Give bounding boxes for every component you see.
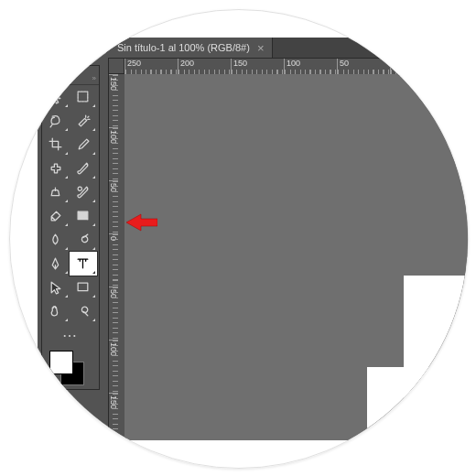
canvas[interactable]	[124, 74, 468, 440]
horizontal-ruler[interactable]: 250200150100500	[124, 58, 468, 76]
type-tool[interactable]	[70, 252, 97, 276]
path-selection-tool[interactable]	[42, 276, 70, 299]
eraser-tool[interactable]	[42, 204, 70, 228]
ruler-tick: 200	[109, 446, 118, 469]
ruler-origin[interactable]	[108, 58, 124, 74]
move-tool[interactable]	[42, 85, 70, 109]
ruler-tick: 100	[109, 127, 118, 180]
close-icon[interactable]: ×	[257, 41, 265, 55]
ruler-tick: 50	[109, 180, 118, 233]
ruler-tick: 150	[109, 74, 118, 127]
more-tools[interactable]: ⋯	[42, 323, 97, 347]
document-tab[interactable]: Sin título-1 al 100% (RGB/8#) ×	[106, 38, 273, 58]
marquee-tool[interactable]	[70, 85, 97, 109]
rectangle-tool[interactable]	[70, 276, 97, 299]
ruler-tick: 100	[284, 59, 337, 75]
tools-panel: » ⋯	[41, 65, 100, 390]
clone-stamp-tool[interactable]	[42, 180, 70, 204]
ruler-tick: 100	[109, 340, 118, 393]
blur-tool[interactable]	[42, 228, 70, 252]
document-tab-bar: Sin título-1 al 100% (RGB/8#) ×	[106, 38, 468, 58]
ruler-tick: 150	[109, 393, 118, 446]
tab-title: Sin título-1 al 100% (RGB/8#)	[117, 42, 250, 53]
ruler-tick: 250	[124, 59, 178, 75]
healing-brush-tool[interactable]	[42, 157, 70, 180]
ruler-tick: 0	[109, 233, 118, 287]
brush-tool[interactable]	[70, 157, 97, 180]
panel-grip[interactable]	[42, 66, 99, 75]
zoom-tool[interactable]	[70, 299, 97, 323]
circular-crop: Sin título-1 al 100% (RGB/8#) × 25020015…	[9, 9, 469, 469]
lasso-tool[interactable]	[42, 109, 70, 133]
hand-tool[interactable]	[42, 299, 70, 323]
ruler-tick: 150	[231, 59, 284, 75]
crop-tool[interactable]	[42, 133, 70, 157]
magic-wand-tool[interactable]	[70, 109, 97, 133]
ruler-tick: 200	[178, 59, 231, 75]
ruler-tick: 50	[109, 287, 118, 340]
foreground-color-swatch[interactable]	[49, 351, 73, 374]
crop-gap	[367, 367, 468, 468]
dodge-tool[interactable]	[70, 228, 97, 252]
history-brush-tool[interactable]	[70, 180, 97, 204]
ruler-tick: 0	[390, 59, 443, 75]
eyedropper-tool[interactable]	[70, 133, 97, 157]
color-swatches[interactable]	[42, 347, 97, 389]
collapse-icon[interactable]: »	[42, 75, 99, 85]
vertical-ruler[interactable]: 15010050050100150200	[108, 74, 126, 440]
pen-tool[interactable]	[42, 252, 70, 276]
ruler-tick: 50	[337, 59, 390, 75]
gradient-tool[interactable]	[70, 204, 97, 228]
